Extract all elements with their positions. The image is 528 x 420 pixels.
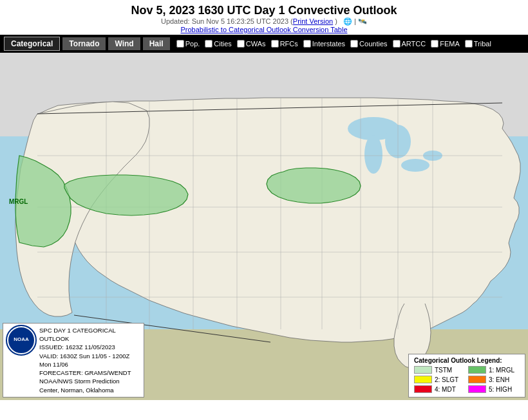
noaa-logo: NOAA [7,326,35,354]
tstm-swatch [414,366,432,374]
legend-issued: ISSUED: 1623Z 11/05/2023 [39,343,140,351]
legend-tstm: TSTM [414,366,466,374]
print-link[interactable]: Print Version [293,17,333,25]
enh-swatch [468,376,486,383]
legend-org: NOAA/NWS Storm Prediction Center, Norman… [39,377,140,394]
overlay-cwas[interactable]: CWAs [237,40,266,48]
legend-enh: 3: ENH [468,376,520,383]
enh-label: 3: ENH [489,376,509,383]
tab-categorical[interactable]: Categorical [4,37,60,51]
map-container: MRGL NOAA SPC DAY 1 CATEGORICAL OUTLOOK … [0,53,528,400]
overlay-tribal[interactable]: Tribal [465,40,491,48]
legend-mrgl: 1: MRGL [468,366,520,374]
overlay-counties[interactable]: Counties [350,40,387,48]
slgt-label: 2: SLGT [435,376,458,383]
svg-point-4 [364,135,382,174]
page-header: Nov 5, 2023 1630 UTC Day 1 Convective Ou… [0,0,528,35]
legend-text: SPC DAY 1 CATEGORICAL OUTLOOK ISSUED: 16… [39,326,140,394]
categorical-legend: Categorical Outlook Legend: TSTM 1: MRGL… [408,354,525,397]
legend-logo-row: NOAA SPC DAY 1 CATEGORICAL OUTLOOK ISSUE… [7,326,140,394]
high-label: 5: HIGH [489,386,512,393]
mrgl-label: 1: MRGL [489,367,514,374]
legend-valid: VALID: 1630Z Sun 11/05 - 1200Z Mon 11/06 [39,352,140,369]
overlay-rfcs[interactable]: RFCs [271,40,298,48]
tstm-label: TSTM [435,367,452,374]
overlay-pop[interactable]: Pop. [176,40,200,48]
slgt-swatch [414,376,432,383]
mrgl-swatch [468,366,486,374]
legend-mdt: 4: MDT [414,385,466,393]
mdt-label: 4: MDT [435,386,456,393]
overlay-cities[interactable]: Cities [205,40,232,48]
overlay-artcc[interactable]: ARTCC [393,40,426,48]
cat-legend-grid: TSTM 1: MRGL 2: SLGT 3: ENH 4: MDT 5: HI… [414,366,520,394]
high-swatch [468,385,486,393]
legend-forecaster: FORECASTER: GRAMS/WENDT [39,369,140,377]
legend-high: 5: HIGH [468,385,520,393]
updated-text: Updated: Sun Nov 5 16:23:25 UTC 2023 (Pr… [0,17,528,26]
cat-legend-title: Categorical Outlook Legend: [414,357,520,364]
overlay-fema[interactable]: FEMA [431,40,460,48]
prob-link-container: Probabilistic to Categorical Outlook Con… [0,26,528,33]
satellite-icon: 🛰️ [358,17,367,25]
mdt-swatch [414,385,432,393]
page-title: Nov 5, 2023 1630 UTC Day 1 Convective Ou… [0,4,528,17]
tab-wind[interactable]: Wind [108,37,140,50]
overlay-interstates[interactable]: Interstates [303,40,345,48]
legend-title: SPC DAY 1 CATEGORICAL OUTLOOK [39,326,140,343]
globe-icon: 🌐 [343,17,352,25]
toolbar: Categorical Tornado Wind Hail Pop. Citie… [0,35,528,53]
overlay-options: Pop. Cities CWAs RFCs Interstates Counti… [176,40,491,48]
legend-box: NOAA SPC DAY 1 CATEGORICAL OUTLOOK ISSUE… [3,323,144,397]
legend-slgt: 2: SLGT [414,376,466,383]
tab-hail[interactable]: Hail [143,37,170,50]
prob-conversion-link[interactable]: Probabilistic to Categorical Outlook Con… [180,26,347,33]
updated-label: Updated: Sun Nov 5 16:23:25 UTC 2023 ( [161,17,293,25]
svg-text:MRGL: MRGL [9,198,28,205]
svg-point-6 [401,159,429,172]
tab-tornado[interactable]: Tornado [62,37,106,50]
